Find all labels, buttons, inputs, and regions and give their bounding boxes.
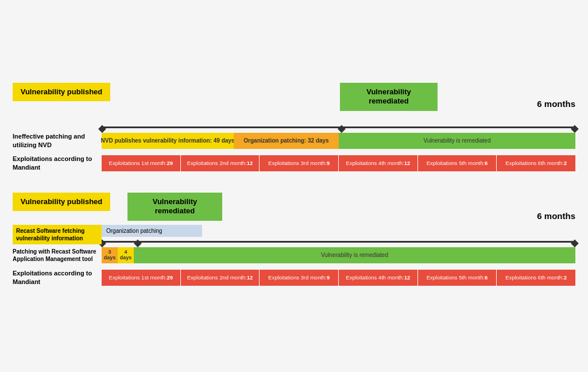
months-label-1: 6 months (537, 98, 575, 108)
main-container: Vulnerability published Vulnerability re… (13, 83, 575, 290)
diagram1: Vulnerability published Vulnerability re… (13, 83, 575, 175)
vuln-remediated-bar-2: Vulnerability is remediated (134, 247, 575, 263)
days3-bar: 3days (102, 247, 118, 263)
diagram2: Vulnerability published Recast Software … (13, 193, 575, 290)
exploit-bar-1-1: Exploitations 1st month:29 (102, 155, 181, 171)
exploit-bar-2-1: Exploitations 1st month:29 (102, 270, 181, 286)
vuln-remediated-box-1: Vulnerability remediated (340, 83, 438, 112)
vuln-remediated-bar-1: Vulnerability is remediated (339, 133, 575, 149)
row1-label-1: Ineffective patching and utilizing NVD (13, 132, 102, 149)
exploit-bar-2-2: Exploitations 2nd month:12 (181, 270, 260, 286)
vuln-remediated-box-2: Vulnerability remediated (127, 193, 222, 221)
row2-label-1: Exploitations according to Mandiant (13, 155, 102, 171)
days4-bar: 4days (118, 247, 134, 263)
exploit-bar-1-6: Exploitations 6th month:2 (497, 155, 575, 171)
exploit-bar-1-5: Exploitations 5th month:6 (418, 155, 497, 171)
row1-diagram2: Patching with Recast Software Applicatio… (13, 245, 575, 266)
exploit-bar-2-4: Exploitations 4th month:12 (339, 270, 418, 286)
exploit-bar-1-4: Exploitations 4th month:12 (339, 155, 418, 171)
org-patching-bar: Organization patching: 32 days (234, 133, 339, 149)
org-patching-label: Organization patching (102, 225, 202, 237)
exploit-bar-1-3: Exploitations 3rd month:9 (260, 155, 339, 171)
row1-diagram1: Ineffective patching and utilizing NVD N… (13, 131, 575, 151)
exploit-bar-2-6: Exploitations 6th month:2 (497, 270, 575, 286)
row1-bars-1: NVD publishes vulnerability information:… (102, 133, 575, 149)
timeline-2: ◆ ◆ (102, 241, 575, 243)
row2-label-2: Exploitations according to Mandiant (13, 269, 102, 286)
nvd-bar: NVD publishes vulnerability information:… (102, 133, 234, 149)
row2-bars-1: Exploitations 1st month:29 Exploitations… (102, 155, 575, 171)
row2-diagram1: Exploitations according to Mandiant Expl… (13, 153, 575, 174)
row1-bars-2: 3days 4days Vulnerability is remediated (102, 247, 575, 263)
row1-label-2: Patching with Recast Software Applicatio… (13, 248, 102, 263)
exploit-bar-1-2: Exploitations 2nd month:12 (181, 155, 260, 171)
exploit-bar-2-3: Exploitations 3rd month:9 (260, 270, 339, 286)
vuln-published-box-1: Vulnerability published (13, 83, 110, 102)
recast-label: Recast Software fetching vulnerability i… (13, 225, 102, 244)
row2-diagram2: Exploitations according to Mandiant Expl… (13, 267, 575, 288)
exploit-bar-2-5: Exploitations 5th month:6 (418, 270, 497, 286)
vuln-published-box-2: Vulnerability published (13, 193, 110, 212)
months-label-2: 6 months (537, 210, 575, 220)
row2-bars-2: Exploitations 1st month:29 Exploitations… (102, 270, 575, 286)
timeline-1: ◆ ◆ (102, 126, 575, 128)
